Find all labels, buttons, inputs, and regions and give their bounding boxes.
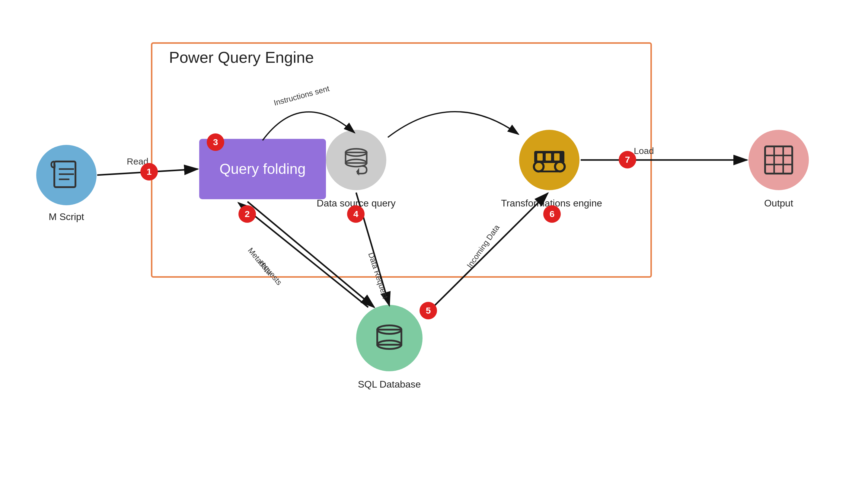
badge-1: 1 xyxy=(140,163,158,181)
arrows-svg: Read Load Instructions sent Metadata req… xyxy=(0,0,868,489)
badge-3: 3 xyxy=(207,133,224,151)
arrow-instructions-sent-2 xyxy=(388,112,519,137)
load-label: Load xyxy=(634,146,654,156)
badge-5: 5 xyxy=(420,302,437,319)
data-request-label: Data Request xyxy=(366,251,390,300)
metadata-requests-label2: requests xyxy=(257,258,284,287)
diagram-container: Power Query Engine M Script Query foldin… xyxy=(0,0,868,489)
badge-7: 7 xyxy=(619,151,636,169)
arrow-instructions-sent xyxy=(262,112,354,140)
badge-4: 4 xyxy=(347,205,365,223)
badge-6: 6 xyxy=(543,205,561,223)
instructions-sent-label: Instructions sent xyxy=(273,84,331,108)
badge-2: 2 xyxy=(239,205,256,223)
incoming-data-label: Incoming Data xyxy=(465,223,501,270)
arrow-incoming-data xyxy=(423,193,548,317)
